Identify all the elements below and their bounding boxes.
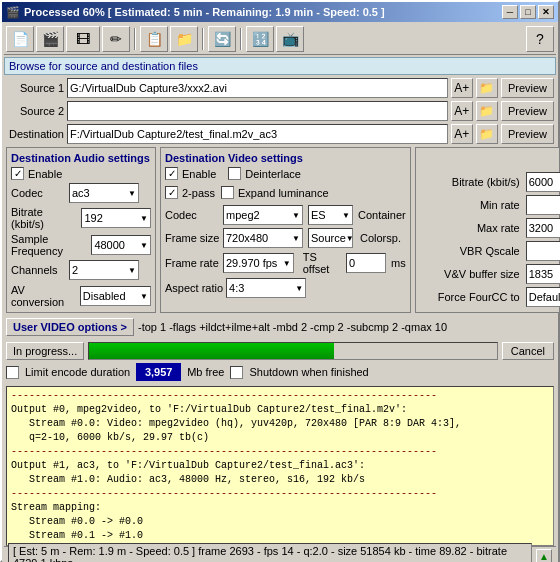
audio-bitrate-label: Bitrate (kbit/s) [11, 206, 78, 230]
video-enable-label: Enable [182, 168, 216, 180]
tsoffset-input[interactable] [346, 253, 386, 273]
toolbar-refresh-btn[interactable]: 🔄 [208, 26, 236, 52]
maxrate-label: Max rate [420, 222, 520, 234]
toolbar-open-btn[interactable]: 🎬 [36, 26, 64, 52]
tsoffset-label: TS offset [303, 251, 341, 275]
log-line: Stream mapping: [11, 501, 549, 515]
minimize-button[interactable]: ─ [502, 5, 518, 19]
destination-input[interactable] [67, 124, 448, 144]
tsoffset-unit: ms [391, 257, 406, 269]
limit-encode-checkbox[interactable] [6, 366, 19, 379]
video-enable-row: ✓ Enable [165, 167, 216, 180]
expandlum-label: Expand luminance [238, 187, 329, 199]
video-enable-checkbox[interactable]: ✓ [165, 167, 178, 180]
user-options-text: -top 1 -flags +ildct+ilme+alt -mbd 2 -cm… [138, 321, 554, 333]
destination-browse-btn[interactable]: 📁 [476, 124, 498, 144]
progress-top-row: In progress... Cancel [6, 342, 554, 360]
toolbar-help-btn[interactable]: ? [526, 26, 554, 52]
source1-row: Source 1 A+ 📁 Preview [6, 78, 554, 98]
aspectratio-arrow: ▼ [295, 284, 303, 293]
toolbar-separator3 [240, 28, 242, 50]
framerate-combo[interactable]: 29.970 fps ▼ [223, 253, 294, 273]
video-codec-combo[interactable]: mpeg2 ▼ [223, 205, 303, 225]
destination-label: Destination [6, 128, 64, 140]
source2-label: Source 2 [6, 105, 64, 117]
maximize-button[interactable]: □ [520, 5, 536, 19]
title-bar-controls: ─ □ ✕ [502, 5, 554, 19]
audio-codec-label: Codec [11, 187, 66, 199]
source1-icon-btn[interactable]: A+ [451, 78, 473, 98]
audio-bitrate-combo[interactable]: 192 ▼ [81, 208, 151, 228]
toolbar-separator [134, 28, 136, 50]
destination-preview-btn[interactable]: Preview [501, 124, 554, 144]
source-combo[interactable]: Source ▼ [308, 228, 353, 248]
audio-codec-combo[interactable]: ac3 ▼ [69, 183, 139, 203]
status-up-arrow[interactable]: ▲ [536, 549, 552, 563]
log-line: Output #1, ac3, to 'F:/VirtualDub Captur… [11, 459, 549, 473]
source1-browse-btn[interactable]: 📁 [476, 78, 498, 98]
vbvbufsize-input[interactable] [526, 264, 560, 284]
minrate-input[interactable] [526, 195, 560, 215]
toolbar-folder-btn[interactable]: 📁 [170, 26, 198, 52]
video-panel-title: Destination Video settings [165, 152, 406, 164]
toolbar-num-btn[interactable]: 🔢 [246, 26, 274, 52]
title-bar-left: 🎬 Processed 60% [ Estimated: 5 min - Rem… [6, 6, 385, 19]
source2-icon-btn[interactable]: A+ [451, 101, 473, 121]
aspectratio-label: Aspect ratio [165, 282, 223, 294]
toolbar-tv-btn[interactable]: 📺 [276, 26, 304, 52]
audio-channels-row: Channels 2 ▼ [11, 260, 151, 280]
maxrate-input[interactable] [526, 218, 560, 238]
toolbar-film-btn[interactable]: 🎞 [66, 26, 100, 52]
audio-enable-checkbox[interactable]: ✓ [11, 167, 24, 180]
bitrate-input[interactable] [526, 172, 560, 192]
toolbar-copy-btn[interactable]: 📋 [140, 26, 168, 52]
expandlum-checkbox[interactable] [221, 186, 234, 199]
app-icon: 🎬 [6, 6, 20, 19]
log-area: ----------------------------------------… [6, 386, 554, 546]
toolbar: 📄 🎬 🎞 ✏ 📋 📁 🔄 🔢 📺 ? [4, 24, 556, 55]
audio-samplefreq-combo[interactable]: 48000 ▼ [91, 235, 151, 255]
mb-free-value: 3,957 [136, 363, 181, 381]
cancel-button[interactable]: Cancel [502, 342, 554, 360]
user-options-button[interactable]: User VIDEO options > [6, 318, 134, 336]
browse-bar[interactable]: Browse for source and destination files [4, 57, 556, 75]
source2-preview-btn[interactable]: Preview [501, 101, 554, 121]
twopass-checkbox[interactable]: ✓ [165, 186, 178, 199]
source2-input[interactable] [67, 101, 448, 121]
framesize-combo[interactable]: 720x480 ▼ [223, 228, 303, 248]
close-button[interactable]: ✕ [538, 5, 554, 19]
inprogress-button[interactable]: In progress... [6, 342, 84, 360]
source1-input[interactable] [67, 78, 448, 98]
status-bar: [ Est: 5 m - Rem: 1.9 m - Speed: 0.5 ] f… [4, 546, 556, 562]
deinterlace-checkbox[interactable] [228, 167, 241, 180]
video-panel: Destination Video settings ✓ Enable Dein… [160, 147, 411, 313]
audio-samplefreq-label: Sample Frequency [11, 233, 88, 257]
audio-enable-row: ✓ Enable [11, 167, 151, 180]
audio-bitrate-row: Bitrate (kbit/s) 192 ▼ [11, 206, 151, 230]
toolbar-edit-btn[interactable]: ✏ [102, 26, 130, 52]
log-line: ----------------------------------------… [11, 487, 549, 501]
source1-preview-btn[interactable]: Preview [501, 78, 554, 98]
log-line: ----------------------------------------… [11, 389, 549, 403]
destination-icon-btn[interactable]: A+ [451, 124, 473, 144]
video-container-label: Container [358, 209, 406, 221]
vbrqscale-input[interactable] [526, 241, 560, 261]
video-codec-row: Codec mpeg2 ▼ ES ▼ Container [165, 205, 406, 225]
aspectratio-combo[interactable]: 4:3 ▼ [226, 278, 306, 298]
vbvbufsize-label: V&V buffer size [420, 268, 520, 280]
forcefourcc-row: Force FourCC to Default ▼ [420, 287, 555, 307]
log-line: Stream #0.1 -> #1.0 [11, 529, 549, 543]
shutdown-checkbox[interactable] [230, 366, 243, 379]
log-line: Stream #0.0 -> #0.0 [11, 515, 549, 529]
twopass-row: ✓ 2-pass [165, 186, 215, 199]
forcefourcc-combo[interactable]: Default ▼ [526, 287, 560, 307]
mb-free-unit: Mb free [187, 366, 224, 378]
vbrqscale-row: VBR Qscale [420, 241, 555, 261]
audio-bitrate-arrow: ▼ [140, 214, 148, 223]
progress-bar-wrap [88, 342, 498, 360]
video-container-combo[interactable]: ES ▼ [308, 205, 353, 225]
av-conversion-combo[interactable]: Disabled ▼ [80, 286, 151, 306]
toolbar-new-btn[interactable]: 📄 [6, 26, 34, 52]
audio-channels-combo[interactable]: 2 ▼ [69, 260, 139, 280]
source2-browse-btn[interactable]: 📁 [476, 101, 498, 121]
